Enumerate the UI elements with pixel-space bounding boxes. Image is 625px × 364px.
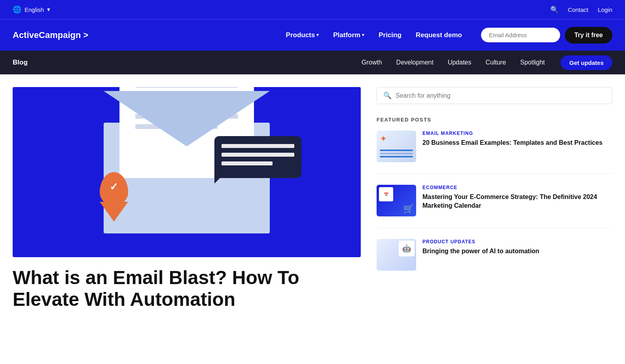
- search-box: 🔍: [377, 87, 612, 104]
- hero-image: ✓: [13, 87, 361, 257]
- top-bar: 🌐 English ▾ 🔍 Contact Login: [0, 0, 625, 19]
- try-free-button[interactable]: Try it free: [565, 27, 612, 44]
- main-content: ✓ What is an Email Blast? How To Elevate…: [0, 74, 625, 310]
- email-input[interactable]: [481, 28, 560, 42]
- chat-line: [222, 161, 273, 165]
- cart-icon: 🛒: [403, 204, 414, 214]
- chat-tip: [214, 178, 220, 184]
- nav-links: Products ▾ Platform ▾ Pricing Request de…: [280, 28, 468, 42]
- pin-body: ✓: [100, 172, 128, 206]
- divider: [377, 173, 612, 174]
- post-content: EMAIL MARKETING 20 Business Email Exampl…: [422, 131, 602, 147]
- platform-caret: ▾: [362, 32, 364, 38]
- search-icon[interactable]: 🔍: [550, 6, 559, 14]
- post-content: ECOMMERCE Mastering Your E-Commerce Stra…: [422, 185, 612, 210]
- login-link[interactable]: Login: [598, 6, 612, 13]
- post-category: EMAIL MARKETING: [422, 131, 602, 136]
- thumb-lines: [380, 150, 413, 159]
- post-title[interactable]: 20 Business Email Examples: Templates an…: [422, 138, 602, 147]
- nav-cta: Try it free: [481, 27, 612, 44]
- blog-label[interactable]: Blog: [13, 59, 28, 66]
- star-icon: ✦: [380, 134, 387, 144]
- products-caret: ▾: [316, 32, 319, 38]
- location-pin: ✓: [100, 172, 128, 206]
- top-bar-right: 🔍 Contact Login: [550, 6, 612, 14]
- language-caret: ▾: [47, 6, 50, 13]
- sidebar: 🔍 FEATURED POSTS ✦ EMAIL MARKETING 20 Bu…: [377, 87, 612, 310]
- ai-icon: 🤖: [399, 241, 415, 256]
- divider: [377, 228, 612, 228]
- post-title[interactable]: Bringing the power of AI to automation: [422, 247, 539, 256]
- post-thumbnail-ecommerce: 📅 🛒: [377, 185, 416, 216]
- blog-link-spotlight[interactable]: Spotlight: [514, 56, 551, 69]
- post-item: 🤖 PRODUCT UPDATES Bringing the power of …: [377, 239, 612, 271]
- post-thumbnail-email: ✦: [377, 131, 416, 162]
- blog-link-growth[interactable]: Growth: [355, 56, 388, 69]
- post-title[interactable]: Mastering Your E-Commerce Strategy: The …: [422, 193, 612, 210]
- contact-link[interactable]: Contact: [568, 6, 589, 13]
- nav-pricing[interactable]: Pricing: [372, 28, 408, 42]
- main-nav: ActiveCampaign > Products ▾ Platform ▾ P…: [0, 19, 625, 51]
- article-section: ✓ What is an Email Blast? How To Elevate…: [13, 87, 361, 310]
- post-content: PRODUCT UPDATES Bringing the power of AI…: [422, 239, 539, 256]
- blog-link-culture[interactable]: Culture: [479, 56, 512, 69]
- language-label: English: [25, 6, 44, 13]
- search-icon: 🔍: [383, 91, 392, 100]
- nav-products[interactable]: Products ▾: [280, 28, 326, 42]
- nav-request-demo[interactable]: Request demo: [409, 28, 468, 42]
- pin-point: [100, 202, 128, 222]
- nav-platform[interactable]: Platform ▾: [327, 28, 371, 42]
- blog-link-updates[interactable]: Updates: [441, 56, 478, 69]
- calendar-icon: 📅: [379, 187, 393, 201]
- blog-links: Growth Development Updates Culture Spotl…: [355, 56, 551, 69]
- search-input[interactable]: [396, 92, 606, 99]
- featured-posts-label: FEATURED POSTS: [377, 117, 612, 123]
- pin-check-icon: ✓: [110, 181, 118, 193]
- chat-line: [222, 144, 294, 148]
- get-updates-button[interactable]: Get updates: [561, 55, 612, 70]
- language-selector[interactable]: 🌐 English ▾: [13, 5, 50, 14]
- post-item: ✦ EMAIL MARKETING 20 Business Email Exam…: [377, 131, 612, 162]
- chat-bubble: [214, 136, 301, 178]
- post-category: ECOMMERCE: [422, 185, 612, 190]
- post-category: PRODUCT UPDATES: [422, 239, 539, 245]
- chat-line: [222, 153, 294, 157]
- article-title: What is an Email Blast? How To Elevate W…: [13, 267, 361, 310]
- letter-line: [135, 87, 238, 88]
- blog-nav: Blog Growth Development Updates Culture …: [0, 51, 625, 74]
- post-thumbnail-ai: 🤖: [377, 239, 416, 271]
- globe-icon: 🌐: [13, 5, 21, 14]
- post-item: 📅 🛒 ECOMMERCE Mastering Your E-Commerce …: [377, 185, 612, 216]
- blog-link-development[interactable]: Development: [390, 56, 440, 69]
- logo[interactable]: ActiveCampaign >: [13, 30, 88, 40]
